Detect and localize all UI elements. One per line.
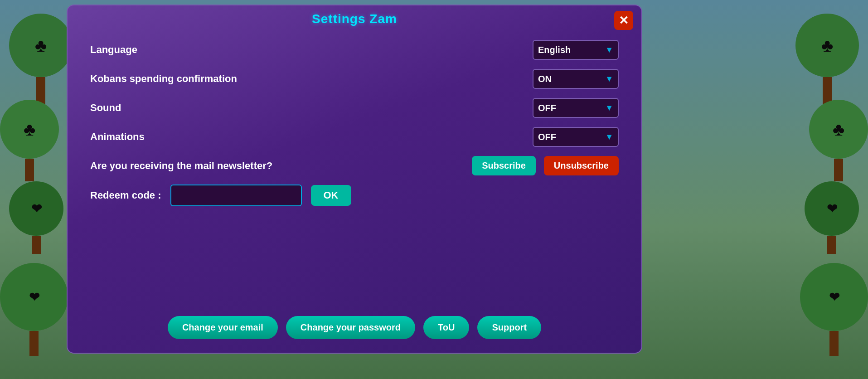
animations-dropdown-arrow: ▼ [605,132,613,142]
ok-button[interactable]: OK [311,185,351,206]
language-row: Language English ▼ [90,40,619,60]
modal-body: Language English ▼ Kobans spending confi… [68,31,641,307]
subscribe-button[interactable]: Subscribe [472,156,536,175]
language-dropdown-arrow: ▼ [605,45,613,55]
change-email-button[interactable]: Change your email [168,316,278,339]
redeem-label: Redeem code : [90,190,161,201]
support-button[interactable]: Support [477,316,541,339]
language-dropdown[interactable]: English ▼ [533,40,619,60]
newsletter-label: Are you receiving the mail newsletter? [90,160,272,172]
sound-dropdown[interactable]: OFF ▼ [533,98,619,118]
redeem-row: Redeem code : OK [90,185,619,206]
modal-footer: Change your email Change your password T… [68,307,641,353]
animations-label: Animations [90,131,145,143]
animations-dropdown[interactable]: OFF ▼ [533,127,619,147]
sound-row: Sound OFF ▼ [90,98,619,118]
settings-modal: Settings Zam ✕ Language English ▼ Kobans… [67,5,642,354]
newsletter-buttons: Subscribe Unsubscribe [472,156,619,175]
kobans-value: ON [538,74,552,84]
sound-label: Sound [90,102,121,114]
kobans-label: Kobans spending confirmation [90,73,237,85]
sound-dropdown-arrow: ▼ [605,103,613,113]
animations-row: Animations OFF ▼ [90,127,619,147]
unsubscribe-button[interactable]: Unsubscribe [544,156,619,175]
close-button[interactable]: ✕ [614,11,633,30]
newsletter-row: Are you receiving the mail newsletter? S… [90,156,619,175]
animations-value: OFF [538,132,556,142]
kobans-row: Kobans spending confirmation ON ▼ [90,69,619,89]
kobans-dropdown-arrow: ▼ [605,74,613,84]
redeem-input[interactable] [170,185,302,206]
tou-button[interactable]: ToU [423,316,469,339]
modal-title: Settings Zam [312,12,397,26]
modal-title-bar: Settings Zam ✕ [68,5,641,31]
kobans-dropdown[interactable]: ON ▼ [533,69,619,89]
language-label: Language [90,44,137,56]
language-value: English [538,45,571,55]
change-password-button[interactable]: Change your password [286,316,415,339]
sound-value: OFF [538,103,556,113]
body-spacer [90,215,619,298]
